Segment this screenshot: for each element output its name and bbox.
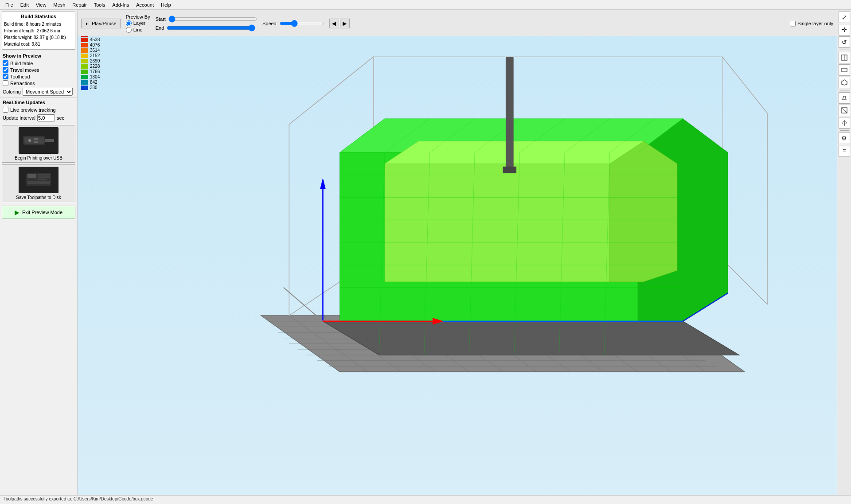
layer-radio-label: Layer bbox=[133, 20, 146, 26]
build-stats-content: Build time: 8 hours 2 minutes Filament l… bbox=[4, 21, 73, 47]
pan-button[interactable]: ✛ bbox=[839, 24, 850, 35]
section-icon bbox=[841, 119, 848, 126]
update-interval-label: Update interval bbox=[3, 115, 35, 121]
svg-rect-1 bbox=[45, 139, 54, 142]
right-toolbar: ⤢ ✛ ↺ ⚙ ≡ bbox=[837, 10, 851, 495]
single-layer-checkbox[interactable] bbox=[790, 20, 796, 26]
speed-slider[interactable] bbox=[280, 20, 324, 27]
travel-moves-label: Travel moves bbox=[10, 67, 39, 73]
travel-moves-checkbox[interactable] bbox=[3, 67, 8, 73]
svg-rect-10 bbox=[38, 176, 50, 178]
exit-preview-button[interactable]: ▶ Exit Preview Mode bbox=[2, 206, 75, 219]
play-pause-label: Play/Pause bbox=[92, 21, 117, 26]
play-pause-button[interactable]: ⏯ Play/Pause bbox=[81, 19, 121, 28]
legend-color-box bbox=[81, 86, 88, 90]
preview-by-section: Preview By Layer Line bbox=[126, 14, 150, 33]
legend-color-box bbox=[81, 59, 88, 63]
legend-entry: 3614 bbox=[81, 48, 119, 53]
menu-account[interactable]: Account bbox=[133, 1, 157, 8]
perspective-button[interactable] bbox=[839, 92, 850, 104]
legend-entry: 1304 bbox=[81, 74, 119, 79]
start-slider[interactable] bbox=[168, 16, 257, 23]
end-slider[interactable] bbox=[167, 24, 255, 31]
view-front-button[interactable] bbox=[839, 64, 850, 76]
menu-repair[interactable]: Repair bbox=[69, 1, 90, 8]
svg-marker-36 bbox=[722, 57, 768, 304]
legend-value-label: 4538 bbox=[90, 37, 100, 42]
line-radio[interactable] bbox=[126, 27, 132, 33]
legend-value-label: 4076 bbox=[90, 43, 100, 47]
material-cost: Material cost: 3.81 bbox=[4, 41, 73, 47]
end-slider-row: End bbox=[156, 24, 257, 31]
build-time: Build time: 8 hours 2 minutes bbox=[4, 21, 73, 27]
live-preview-label: Live preview tracking bbox=[10, 107, 56, 113]
legend-color-box bbox=[81, 80, 88, 85]
toolhead-checkbox[interactable] bbox=[3, 74, 8, 79]
disk-image bbox=[19, 167, 59, 193]
svg-line-86 bbox=[842, 108, 847, 113]
bottom-bar: ⏯ Play/Pause Preview By Layer Line Start bbox=[78, 10, 837, 36]
save-toolpaths-label: Save Toolpaths to Disk bbox=[16, 195, 61, 200]
menu-mesh[interactable]: Mesh bbox=[50, 1, 69, 8]
more-button[interactable]: ≡ bbox=[839, 145, 850, 156]
menu-tools[interactable]: Tools bbox=[90, 1, 109, 8]
legend-entry: 380 bbox=[81, 85, 119, 90]
speed-legend-entries: 5000453840763614315226902228176613048423… bbox=[81, 32, 119, 90]
menu-edit[interactable]: Edit bbox=[17, 1, 32, 8]
update-interval-unit: sec bbox=[57, 115, 64, 121]
legend-value-label: 3614 bbox=[90, 48, 100, 53]
live-preview-checkbox[interactable] bbox=[3, 107, 8, 113]
svg-marker-47 bbox=[385, 164, 644, 282]
nav-buttons: ◀ ▶ bbox=[329, 19, 350, 28]
menu-view[interactable]: View bbox=[32, 1, 50, 8]
menu-help[interactable]: Help bbox=[157, 1, 175, 8]
toolhead-row: Toolhead bbox=[3, 74, 74, 79]
section-view-button[interactable] bbox=[839, 117, 850, 129]
settings-button[interactable]: ⚙ bbox=[839, 133, 850, 144]
svg-point-3 bbox=[28, 139, 31, 142]
prev-frame-button[interactable]: ◀ bbox=[329, 19, 339, 28]
left-panel: Build Statistics Build time: 8 hours 2 m… bbox=[0, 10, 78, 495]
layer-radio-row: Layer bbox=[126, 20, 150, 26]
single-layer-label: Single layer only bbox=[797, 21, 833, 26]
line-radio-label: Line bbox=[133, 27, 143, 32]
filament-length: Filament length: 27362.6 mm bbox=[4, 27, 73, 34]
svg-marker-76 bbox=[320, 178, 326, 189]
3d-model-viewport[interactable] bbox=[148, 23, 824, 428]
svg-marker-43 bbox=[323, 321, 739, 355]
next-frame-button[interactable]: ▶ bbox=[340, 19, 350, 28]
perspective-icon bbox=[841, 94, 848, 102]
svg-rect-4 bbox=[34, 138, 38, 140]
viewport[interactable]: Preview Mode Speed (mm/min) 500045384076… bbox=[78, 10, 837, 495]
svg-rect-11 bbox=[38, 179, 47, 180]
save-toolpaths-button[interactable]: Save Toolpaths to Disk bbox=[2, 164, 75, 202]
legend-entry: 2690 bbox=[81, 59, 119, 63]
svg-rect-9 bbox=[38, 174, 50, 176]
view-front-icon bbox=[841, 66, 848, 74]
svg-marker-49 bbox=[385, 141, 644, 164]
retractions-label: Retractions bbox=[10, 81, 35, 86]
retractions-checkbox[interactable] bbox=[3, 80, 8, 86]
svg-rect-82 bbox=[842, 68, 847, 72]
legend-entry: 4076 bbox=[81, 43, 119, 47]
update-interval-input[interactable] bbox=[37, 114, 55, 121]
fit-view-button[interactable]: ⤢ bbox=[839, 12, 850, 23]
view-iso-button[interactable] bbox=[839, 77, 850, 88]
realtime-title: Real-time Updates bbox=[3, 100, 74, 105]
rotate-button[interactable]: ↺ bbox=[839, 36, 850, 48]
build-table-checkbox[interactable] bbox=[3, 60, 8, 66]
begin-printing-usb-button[interactable]: Begin Printing over USB bbox=[2, 125, 75, 163]
wireframe-button[interactable] bbox=[839, 105, 850, 116]
legend-color-box bbox=[81, 75, 88, 79]
menu-addins[interactable]: Add-Ins bbox=[109, 1, 133, 8]
line-radio-row: Line bbox=[126, 27, 150, 33]
coloring-select[interactable]: Movement Speed Feature Type Temperature bbox=[23, 88, 73, 96]
layer-radio[interactable] bbox=[126, 20, 132, 26]
usb-icon bbox=[21, 129, 56, 152]
legend-color-box bbox=[81, 70, 88, 74]
view-top-button[interactable] bbox=[839, 52, 850, 63]
coloring-label: Coloring bbox=[3, 89, 21, 94]
build-table-label: Build table bbox=[10, 61, 33, 66]
menu-file[interactable]: File bbox=[2, 1, 17, 8]
legend-color-box bbox=[81, 54, 88, 58]
